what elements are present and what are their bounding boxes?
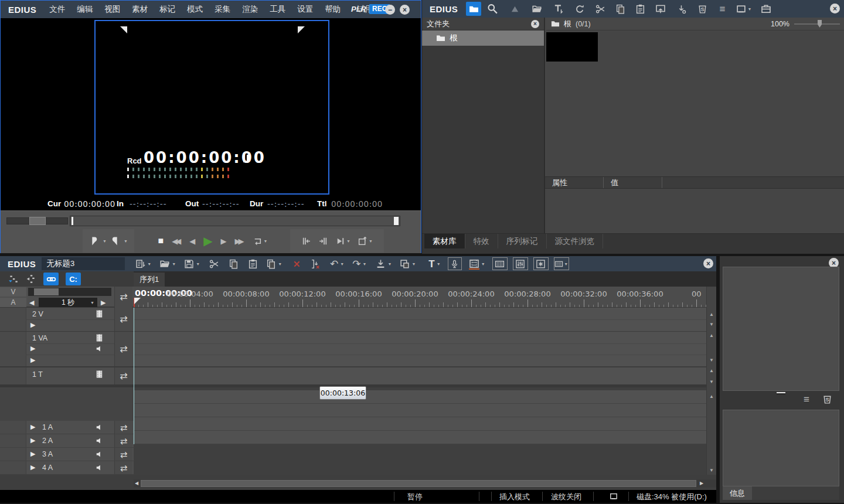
timeline-zoom-slider[interactable] xyxy=(28,288,111,296)
audio-mixer-button[interactable] xyxy=(513,257,528,270)
track-header-1a[interactable]: ▶ 1 A ⇄ xyxy=(0,421,134,434)
menu-mode[interactable]: 模式 xyxy=(181,1,209,18)
view-list-button[interactable]: ≡ xyxy=(712,4,732,14)
menu-view[interactable]: 视图 xyxy=(98,1,126,18)
undo-button[interactable]: ↶▼ xyxy=(330,259,344,269)
track-swap-button[interactable]: ⇄ xyxy=(114,287,132,308)
scroll-left-icon[interactable]: ◀ xyxy=(135,481,138,486)
value-col-header[interactable]: 值 xyxy=(604,177,662,188)
scroll-right-icon[interactable]: ▶ xyxy=(700,481,703,486)
timeline-close-icon[interactable]: × xyxy=(703,258,713,268)
menu-marker[interactable]: 标记 xyxy=(154,1,181,18)
set-out-point-icon[interactable] xyxy=(110,236,120,246)
play-around-caret-icon[interactable]: ▼ xyxy=(346,239,350,243)
menu-settings[interactable]: 设置 xyxy=(291,1,319,18)
audio-part-icon[interactable] xyxy=(96,423,104,431)
menu-file[interactable]: 文件 xyxy=(43,1,71,18)
track-expand-icon[interactable]: ▶ xyxy=(30,424,35,430)
tab-bin[interactable]: 素材库 xyxy=(424,234,465,248)
copy-button[interactable] xyxy=(610,4,630,14)
delete-button[interactable] xyxy=(692,4,712,14)
out-point-caret-icon[interactable]: ▼ xyxy=(124,239,128,243)
palette-list-icon[interactable]: ≡ xyxy=(804,394,809,404)
create-title-button[interactable]: T▼ xyxy=(428,259,440,269)
delete-button[interactable] xyxy=(292,260,301,268)
hscroll-thumb[interactable] xyxy=(141,480,696,487)
scale-prev-button[interactable]: ◀ xyxy=(29,299,34,306)
track-header-2a[interactable]: ▶ 2 A ⇄ xyxy=(0,434,134,448)
track-shorter-icon[interactable]: ▼ xyxy=(707,322,716,327)
bin-clip-area[interactable] xyxy=(546,30,844,176)
export-caret-icon[interactable]: ▼ xyxy=(369,239,373,243)
track-expand-icon[interactable]: ▶ xyxy=(30,437,35,444)
rewind-button[interactable]: ◀◀ xyxy=(172,237,181,245)
overwrite-mode-icon[interactable] xyxy=(26,274,36,284)
track-header-1t[interactable]: 1 T ⇄ xyxy=(0,367,134,387)
folder-item-root[interactable]: 根 xyxy=(422,30,544,46)
minimize-icon[interactable]: − xyxy=(385,5,395,15)
previous-frame-button[interactable]: ◀ xyxy=(189,237,195,245)
position-end-block[interactable] xyxy=(394,217,399,225)
play-around-cursor-icon[interactable] xyxy=(335,236,345,246)
playhead-line[interactable] xyxy=(134,308,134,444)
open-project-button[interactable]: ▼ xyxy=(159,258,176,269)
search-button[interactable] xyxy=(481,4,503,14)
timeline-ruler[interactable]: 00:00:00:00 00:00:04:00 00:00:08:00 00:0… xyxy=(134,287,706,308)
video-part-icon[interactable] xyxy=(95,370,104,379)
clip-thumbnail[interactable] xyxy=(546,32,598,62)
add-title-button[interactable] xyxy=(548,4,569,14)
paste-special-button[interactable]: ▼ xyxy=(266,259,282,269)
timeline-lanes[interactable] xyxy=(134,308,706,475)
track-swap-button[interactable]: ⇄ xyxy=(114,308,132,331)
keyboard-b-button[interactable]: ▼ xyxy=(554,257,569,270)
shuttle-handle[interactable] xyxy=(29,217,46,225)
track-header-4a[interactable]: ▶ 4 A ⇄ xyxy=(0,461,134,475)
menu-render[interactable]: 渲染 xyxy=(236,1,264,18)
tab-information[interactable]: 信息 xyxy=(723,486,752,500)
paste-button[interactable] xyxy=(630,4,650,14)
sequence-tab[interactable]: 序列1 xyxy=(134,273,165,287)
effects-button[interactable] xyxy=(533,257,549,270)
track-shorter-icon[interactable]: ▼ xyxy=(707,468,716,473)
track-swap-button[interactable]: ⇄ xyxy=(114,448,132,461)
sort-button[interactable] xyxy=(671,4,692,14)
tab-sequence-marker[interactable]: 序列标记 xyxy=(498,234,547,248)
send-to-timeline-button[interactable] xyxy=(650,4,671,14)
update-button[interactable] xyxy=(569,4,590,14)
track-swap-button[interactable]: ⇄ xyxy=(114,434,132,447)
lane-2a[interactable] xyxy=(134,404,706,417)
scale-select[interactable]: 1 秒 ▼ xyxy=(39,298,97,307)
keyboard-a-button[interactable] xyxy=(492,257,508,270)
menu-help[interactable]: 帮助 xyxy=(319,1,346,18)
goto-out-point-icon[interactable] xyxy=(318,236,328,246)
lane-2v[interactable] xyxy=(134,308,706,332)
track-taller-icon[interactable]: ▲ xyxy=(707,394,716,399)
timeline-hscrollbar[interactable]: ◀ ▶ xyxy=(134,479,716,488)
audio-part-icon[interactable] xyxy=(96,437,104,445)
sync-mode-button[interactable] xyxy=(43,273,59,285)
ripple-mode-button[interactable]: C: xyxy=(66,273,81,285)
shuttle-slider[interactable] xyxy=(6,217,68,224)
redo-button[interactable]: ↷▼ xyxy=(352,259,366,269)
close-icon[interactable]: × xyxy=(400,5,410,15)
copy-button[interactable] xyxy=(229,259,239,269)
track-taller-icon[interactable]: ▲ xyxy=(707,369,716,373)
track-header-3a[interactable]: ▶ 3 A ⇄ xyxy=(0,448,134,461)
menu-tools[interactable]: 工具 xyxy=(264,1,291,18)
fast-forward-button[interactable]: ▶▶ xyxy=(235,237,244,245)
tab-effects[interactable]: 特效 xyxy=(465,234,498,248)
save-project-button[interactable]: ▼ xyxy=(184,259,200,269)
menu-capture[interactable]: 采集 xyxy=(209,1,236,18)
video-part-icon[interactable] xyxy=(95,333,104,342)
scale-next-button[interactable]: ▶ xyxy=(101,299,106,306)
voiceover-button[interactable] xyxy=(448,257,462,270)
playhead-flag[interactable] xyxy=(134,298,141,304)
lane-1a[interactable] xyxy=(134,390,706,404)
palette-divider-grip[interactable] xyxy=(777,392,785,394)
track-shorter-icon[interactable]: ▼ xyxy=(707,358,716,363)
track-taller-icon[interactable]: ▲ xyxy=(707,312,716,317)
cut-button[interactable] xyxy=(590,4,610,14)
new-sequence-button[interactable]: ▼ xyxy=(135,259,151,269)
bin-close-icon[interactable]: × xyxy=(830,4,840,13)
stop-button[interactable]: ■ xyxy=(158,236,164,246)
